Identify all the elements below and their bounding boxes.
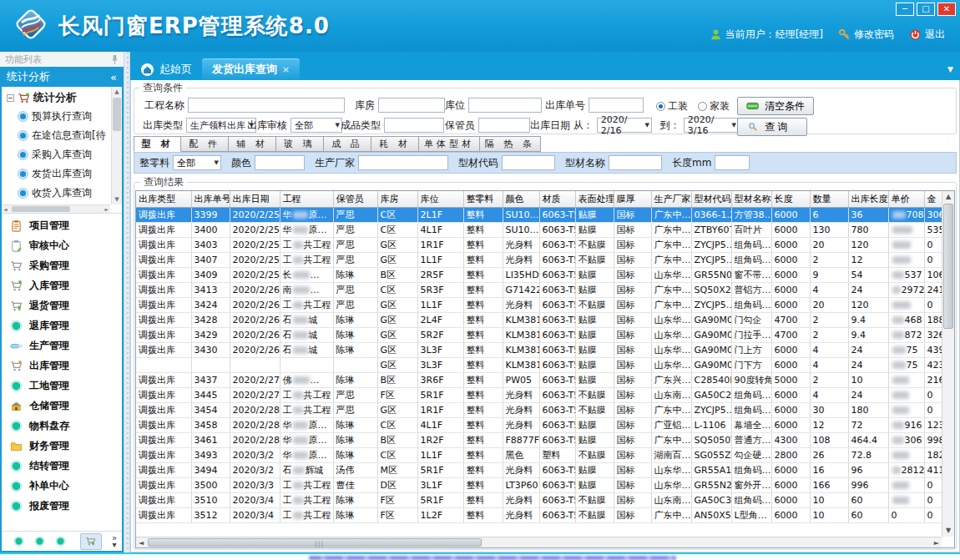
radio-jiazhuang[interactable]: 家装 — [698, 99, 730, 114]
sidebar-splitter[interactable] — [124, 52, 130, 552]
table-row[interactable]: 调拨出库34302020/2/26石城陈琳G区3L3F整料KLM38176063… — [136, 342, 942, 357]
column-header[interactable]: 工程 — [280, 191, 333, 207]
change-password-button[interactable]: 修改密码 — [838, 28, 894, 42]
table-row[interactable]: 调拨出库34932020/3/2华原…陈琳C区1L1F整料黑色塑料不贴膜国标湖南… — [136, 447, 942, 462]
project-name-input[interactable] — [188, 98, 345, 113]
audit-select[interactable]: 全部▼ — [291, 118, 342, 133]
tab-close-icon[interactable]: × — [282, 64, 290, 75]
out-type-select[interactable]: 生产领料出库▼ — [186, 118, 256, 133]
table-row[interactable]: 调拨出库34132020/2/26南…严思C区5R3F整料G714226063-… — [136, 282, 942, 297]
sidebar-module[interactable]: 补单中心 — [2, 476, 122, 496]
logout-button[interactable]: 退出 — [909, 28, 945, 42]
sidebar-module[interactable]: 入库管理 — [2, 275, 122, 295]
tree-item[interactable]: 发货出库查询 — [2, 164, 110, 184]
column-header[interactable]: 库位 — [417, 191, 463, 207]
order-no-input[interactable] — [589, 98, 644, 113]
tree-item[interactable]: 在途信息查询[待 — [2, 126, 110, 145]
table-row[interactable]: 调拨出库34002020/2/25华原…严思C区4L1F整料SU10…6063-… — [136, 222, 942, 237]
tree-root[interactable]: 统计分析 — [2, 87, 110, 107]
material-tab[interactable]: 隔 热 条 — [480, 136, 541, 152]
table-row[interactable]: 调拨出库35122020/3/4工共工程陈琳F区1L2F整料光身料6063-T5… — [136, 507, 942, 522]
table-row[interactable]: 调拨出库34582020/2/28华原…陈琳C区4L1F整料光身料6063-T5… — [136, 417, 942, 432]
green-dot-icon[interactable] — [13, 536, 24, 547]
grid-vertical-scrollbar[interactable]: ▲ ▼ — [942, 191, 954, 537]
minimize-button[interactable]: ─ — [896, 3, 914, 16]
column-header[interactable]: 材质 — [539, 191, 575, 207]
material-tab[interactable]: 耗 材 — [371, 136, 419, 152]
column-header[interactable]: 出库日期 — [230, 191, 280, 207]
table-row[interactable]: 调拨出库34282020/2/26石城陈琳G区2L4F整料KLM38176063… — [136, 312, 942, 327]
column-header[interactable]: 库房 — [377, 191, 417, 207]
sidebar-module[interactable]: 工地管理 — [2, 376, 122, 396]
material-tab[interactable]: 玻 璃 — [276, 136, 324, 152]
close-button[interactable]: ✕ — [937, 3, 956, 16]
sidebar-module[interactable]: 出库管理 — [2, 356, 122, 376]
sidebar-module[interactable]: 退库管理 — [2, 315, 122, 335]
sidebar-module[interactable]: 生产管理 — [2, 335, 122, 356]
material-tab[interactable]: 型 材 — [134, 136, 181, 152]
maximize-button[interactable]: □ — [917, 3, 935, 16]
sidebar-module[interactable]: 仓储管理 — [2, 396, 122, 416]
sidebar-module[interactable]: 财务管理 — [2, 436, 122, 456]
warehouse-input[interactable] — [378, 98, 445, 113]
date-from-select[interactable]: 2020/ 2/16▼ — [597, 118, 652, 133]
column-header[interactable]: 型材代码 — [691, 191, 731, 207]
group-header[interactable]: 统计分析 « — [0, 67, 124, 87]
column-header[interactable]: 出库类型 — [136, 191, 191, 207]
material-tab[interactable]: 配 件 — [181, 136, 229, 152]
manufacturer-input[interactable] — [358, 155, 448, 170]
sidebar-module[interactable]: 结转管理 — [2, 456, 122, 476]
tree-horizontal-scrollbar[interactable]: ◄ ► — [2, 204, 110, 213]
table-row[interactable]: 调拨出库34452020/2/27工共工程严思F区5R1F整料光身料6063-T… — [136, 387, 942, 402]
cart-shortcut-button[interactable] — [80, 533, 102, 550]
green-dot-icon[interactable] — [55, 536, 66, 547]
sidebar-module[interactable]: 退货管理 — [2, 295, 122, 315]
profile-name-input[interactable] — [609, 155, 662, 170]
sidebar-module[interactable]: 项目管理 — [2, 215, 122, 235]
sidebar-module[interactable]: 采购管理 — [2, 255, 122, 275]
product-type-input[interactable] — [384, 118, 444, 133]
column-header[interactable]: 出库长度 — [848, 191, 888, 207]
sidebar-module[interactable]: 审核中心 — [2, 235, 122, 255]
collapse-icon[interactable]: « — [110, 71, 117, 83]
more-modules-button[interactable]: »▾ — [112, 535, 117, 548]
column-header[interactable]: 出库单号 — [191, 191, 230, 207]
tree-item[interactable]: 采购入库查询 — [2, 145, 110, 164]
tree-expander-icon[interactable] — [7, 94, 14, 102]
column-header[interactable]: 型材名称 — [731, 191, 771, 207]
sidebar-module[interactable]: 物料盘存 — [2, 416, 122, 436]
tab-overflow-icon[interactable]: ▼ — [947, 65, 953, 73]
table-row[interactable]: 调拨出库35102020/3/4工共工程陈琳F区5R1F整料光身料6063-T5… — [136, 492, 942, 507]
column-header[interactable]: 表面处理 — [575, 191, 614, 207]
material-tab[interactable]: 成 品 — [324, 136, 371, 152]
table-row[interactable]: 调拨出库34092020/2/25长…陈琳B区2R5F整料LI35HD6063-… — [136, 267, 942, 282]
profile-code-input[interactable] — [502, 155, 555, 170]
table-row[interactable]: 调拨出库34372020/2/27佛…陈琳B区3R6F整料PW056063-T5… — [136, 372, 942, 387]
tree-item[interactable]: 收货入库查询 — [2, 184, 110, 203]
table-row[interactable]: 调拨出库34612020/2/28华原…陈琳B区1R2F整料F8877FT606… — [136, 432, 942, 447]
column-header[interactable]: 保管员 — [333, 191, 377, 207]
tree-item[interactable]: 预算执行查询 — [2, 107, 110, 126]
table-row[interactable]: 调拨出库34032020/2/25工共工程严思G区1R1F整料光身料6063-T… — [136, 237, 942, 252]
table-row[interactable]: 调拨出库34242020/2/26工共工程严思G区1L1F整料光身料6063-T… — [136, 297, 942, 312]
clear-conditions-button[interactable]: 清空条件 — [737, 97, 814, 115]
column-header[interactable]: 金 — [924, 191, 942, 207]
tab-home[interactable]: 起始页 — [130, 58, 202, 80]
material-tab[interactable]: 单体型材 — [419, 136, 480, 152]
material-tab[interactable]: 辅 材 — [229, 136, 276, 152]
table-row[interactable]: 调拨出库34072020/2/25工共工程严思G区1L1F整料光身料6063-T… — [136, 252, 942, 267]
table-row[interactable]: 调拨出库33992020/2/25华原…严思C区2L1F整料SU10…6063-… — [136, 207, 942, 222]
green-dot-icon[interactable] — [34, 536, 45, 547]
column-header[interactable]: 单价 — [888, 191, 924, 207]
column-header[interactable]: 颜色 — [503, 191, 539, 207]
table-row[interactable]: 调拨出库34942020/3/2石辉城汤伟M区5R1F整料光身料6063-T5贴… — [136, 462, 942, 477]
column-header[interactable]: 膜厚 — [614, 191, 651, 207]
tab-shipping-outbound-query[interactable]: 发货出库查询 × — [202, 58, 300, 80]
table-row[interactable]: 调拨出库34292020/2/26石城陈琳G区5R2F整料KLM38176063… — [136, 327, 942, 342]
grid-horizontal-scrollbar[interactable]: ◄ ||| ► — [136, 537, 942, 547]
column-header[interactable]: 生产厂家 — [651, 191, 691, 207]
tree-vertical-scrollbar[interactable]: ▲ ▼ — [111, 87, 122, 204]
keeper-input[interactable] — [478, 118, 530, 133]
table-row[interactable]: G区3L3F整料KLM38176063-T5贴膜国标山东华…GA90M09…门下… — [136, 357, 942, 372]
table-row[interactable]: 调拨出库34542020/2/28工共工程严思G区1R1F整料光身料6063-T… — [136, 402, 942, 417]
